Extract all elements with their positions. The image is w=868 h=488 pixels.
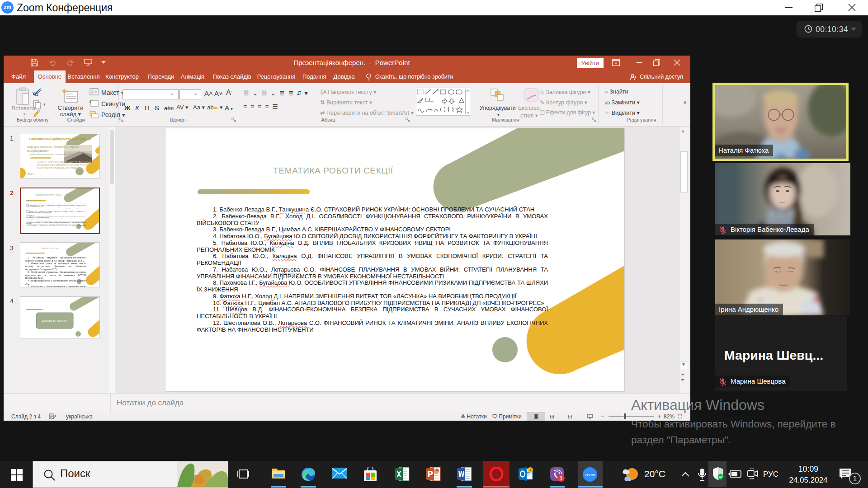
svg-text:та страхування»: та страхування» — [27, 149, 49, 153]
svg-text:Національний університет «Запо: Національний університет «Запорізька — [29, 137, 91, 141]
svg-text:2024: 2024 — [28, 173, 34, 175]
svg-text:Секція 2. «ФІНАНСОВО-КРЕДИТНА: Секція 2. «ФІНАНСОВО-КРЕДИТНА ВЗАЄМОДІЯ — [37, 160, 94, 163]
svg-text:1: 1 — [560, 475, 563, 482]
svg-text:СИСТЕМИ ВІДНОВЛЕННЯ УКРАЇНИ ТА: СИСТЕМИ ВІДНОВЛЕННЯ УКРАЇНИ ТА ЇЇ РЕГІОН… — [37, 164, 97, 166]
svg-text:Запрошуємо здобувачів вищої ос: Запрошуємо здобувачів вищої освіти та мо… — [29, 154, 76, 155]
svg-text:ДЯКУЮ ЗА УВАГУ!!!: ДЯКУЮ ЗА УВАГУ!!! — [42, 319, 68, 322]
svg-text:ТЕМАТИКА РОБОТИ СЕКЦІЇ: ТЕМАТИКА РОБОТИ СЕКЦІЇ — [41, 248, 59, 249]
svg-text:Кафедра «Фінанси, банківська с: Кафедра «Фінанси, банківська справа — [27, 145, 79, 149]
svg-text:В КОНТЕКСТІ ГЛОБАЛЬНИХ ТРЕНДІВ: В КОНТЕКСТІ ГЛОБАЛЬНИХ ТРЕНДІВ» — [37, 167, 83, 169]
svg-text:zoom: zoom — [585, 472, 595, 477]
svg-text:ТЕМАТИКА РОБОТИ СЕКЦІЇ: ТЕМАТИКА РОБОТИ СЕКЦІЇ — [35, 194, 62, 197]
